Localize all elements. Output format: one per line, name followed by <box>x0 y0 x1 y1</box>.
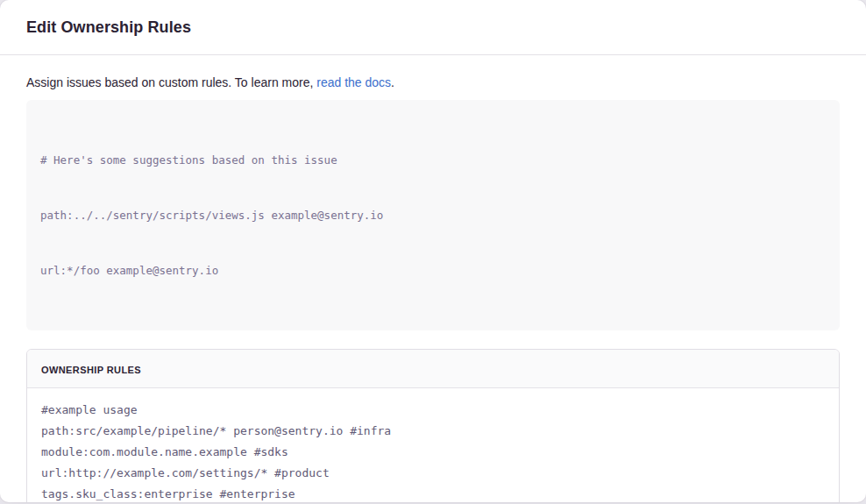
description-text: Assign issues based on custom rules. To … <box>26 75 316 89</box>
modal-body: Assign issues based on custom rules. To … <box>0 55 866 502</box>
suggestion-line: url:*/foo example@sentry.io <box>40 261 826 280</box>
modal-header: Edit Ownership Rules <box>0 0 866 55</box>
suggestion-line: # Here's some suggestions based on this … <box>40 151 826 169</box>
modal-title: Edit Ownership Rules <box>26 18 191 37</box>
suggestion-line: path:../../sentry/scripts/views.js examp… <box>40 206 826 224</box>
edit-ownership-rules-modal: Edit Ownership Rules Assign issues based… <box>0 0 866 502</box>
read-the-docs-link[interactable]: read the docs <box>316 75 391 89</box>
ownership-rules-textarea[interactable]: #example usage path:src/example/pipeline… <box>27 388 839 502</box>
ownership-rules-panel-title: OWNERSHIP RULES <box>41 365 141 375</box>
description: Assign issues based on custom rules. To … <box>26 75 840 89</box>
description-suffix: . <box>391 75 394 89</box>
ownership-rules-panel: OWNERSHIP RULES #example usage path:src/… <box>26 349 840 502</box>
suggestions-code-block: # Here's some suggestions based on this … <box>26 100 840 330</box>
ownership-rules-panel-header: OWNERSHIP RULES <box>27 350 839 388</box>
